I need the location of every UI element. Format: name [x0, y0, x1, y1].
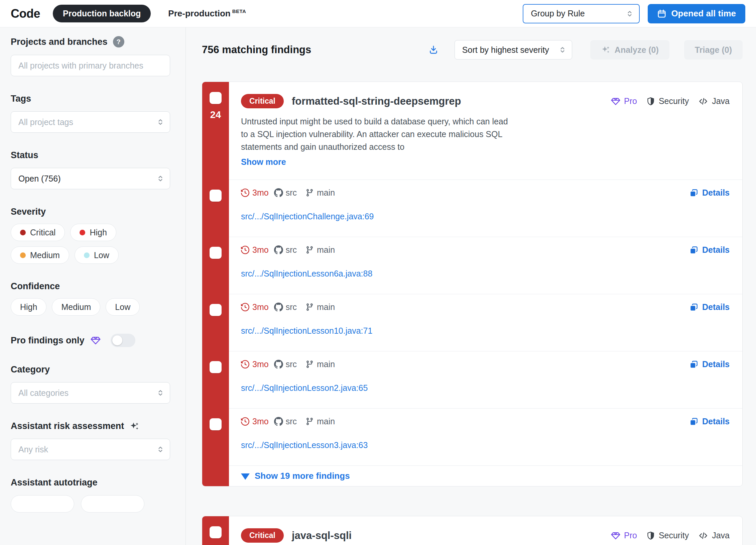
- language-tag[interactable]: Java: [698, 531, 730, 541]
- security-tag[interactable]: Security: [646, 531, 689, 540]
- download-icon[interactable]: [428, 45, 438, 55]
- chevron-up-down-icon: [626, 10, 634, 18]
- show-more-link[interactable]: Show more: [241, 157, 286, 167]
- severity-badge: Critical: [241, 528, 284, 543]
- history-icon: [241, 189, 249, 197]
- date-range-button[interactable]: Opened all time: [648, 4, 745, 23]
- severity-pill-critical[interactable]: Critical: [11, 224, 65, 241]
- findings-header: 756 matching findings Sort by highest se…: [202, 40, 743, 60]
- finding-age: 3mo: [252, 302, 269, 312]
- projects-input[interactable]: [11, 55, 170, 76]
- details-link[interactable]: Details: [689, 245, 730, 255]
- autotriage-heading: Assistant autotriage: [11, 477, 170, 488]
- sparkles-icon: [601, 45, 610, 54]
- finding-age: 3mo: [252, 359, 269, 369]
- risk-heading: Assistant risk assessment: [11, 421, 170, 431]
- filters-sidebar: Projects and branches ? Tags All project…: [0, 27, 186, 545]
- finding-path-link[interactable]: src/.../SqlInjectionLesson3.java:63: [241, 440, 368, 450]
- confidence-pill-high[interactable]: High: [11, 298, 46, 316]
- rule-description: Untrusted input might be used to build a…: [241, 115, 515, 153]
- shield-icon: [646, 531, 655, 540]
- gem-icon: [91, 335, 101, 345]
- details-link[interactable]: Details: [689, 188, 730, 198]
- finding-path-link[interactable]: src/.../SqlInjectionLesson2.java:65: [241, 383, 368, 393]
- pro-tag-label: Pro: [624, 96, 637, 106]
- finding-path-link[interactable]: src/.../SqlInjectionLesson6a.java:88: [241, 269, 372, 279]
- gem-icon: [611, 531, 620, 540]
- severity-bar: [202, 180, 229, 237]
- matching-findings-count: 756 matching findings: [202, 44, 428, 56]
- language-tag-label: Java: [712, 531, 730, 540]
- triage-button[interactable]: Triage (0): [684, 40, 743, 60]
- finding-row: 3mo src main Details src/.../SqlInjectio…: [202, 351, 742, 408]
- page-title: Code: [11, 7, 40, 21]
- analyze-button[interactable]: Analyze (0): [590, 40, 669, 60]
- date-range-label: Opened all time: [671, 8, 736, 19]
- branch-group: main: [305, 417, 335, 426]
- status-select[interactable]: Open (756): [11, 168, 170, 189]
- repo-name: src: [286, 302, 297, 312]
- details-label: Details: [702, 302, 730, 312]
- finding-checkbox[interactable]: [210, 247, 222, 259]
- group-count: 24: [210, 544, 221, 545]
- tags-select[interactable]: All project tags: [11, 111, 170, 133]
- severity-bar: [202, 408, 229, 465]
- branch-name: main: [317, 245, 335, 255]
- finding-checkbox[interactable]: [210, 190, 222, 202]
- language-tag[interactable]: Java: [698, 96, 730, 106]
- finding-path-link[interactable]: src/.../SqlInjectionLesson10.java:71: [241, 326, 372, 336]
- repo-name: src: [286, 245, 297, 255]
- branch-icon: [305, 417, 314, 426]
- finding-row: 3mo src main Details src/.../SqlInjectio…: [202, 180, 742, 237]
- autotriage-pill[interactable]: [81, 495, 144, 513]
- findings-panel: 756 matching findings Sort by highest se…: [186, 27, 756, 545]
- finding-checkbox[interactable]: [210, 418, 222, 430]
- security-tag[interactable]: Security: [646, 96, 689, 106]
- finding-checkbox[interactable]: [210, 304, 222, 316]
- risk-select[interactable]: Any risk: [11, 439, 170, 460]
- finding-row: 3mo src main Details src/.../SqlInjectio…: [202, 237, 742, 294]
- severity-pill-high[interactable]: High: [70, 224, 116, 241]
- help-icon[interactable]: ?: [113, 36, 124, 47]
- confidence-pill-low[interactable]: Low: [106, 298, 140, 316]
- show-more-findings-link[interactable]: Show 19 more findings: [255, 471, 350, 481]
- security-tag-label: Security: [659, 531, 689, 540]
- details-link[interactable]: Details: [689, 302, 730, 312]
- status-heading: Status: [11, 150, 170, 160]
- status-value: Open (756): [18, 174, 60, 184]
- sort-select[interactable]: Sort by highest severity: [455, 40, 572, 60]
- repo-name: src: [286, 359, 297, 369]
- details-link[interactable]: Details: [689, 359, 730, 369]
- severity-pill-label: High: [90, 228, 107, 237]
- details-window-icon: [689, 303, 698, 312]
- repo-name: src: [286, 417, 297, 426]
- group-checkbox[interactable]: [210, 526, 222, 538]
- details-link[interactable]: Details: [689, 417, 730, 426]
- finding-path-link[interactable]: src/.../SqlInjectionChallenge.java:69: [241, 212, 374, 221]
- branch-group: main: [305, 188, 335, 198]
- pro-only-toggle[interactable]: [111, 334, 135, 347]
- show-more-findings-row: Show 19 more findings: [202, 465, 742, 486]
- finding-checkbox[interactable]: [210, 361, 222, 373]
- rule-title: java-sql-sqli: [292, 530, 352, 542]
- pro-tag[interactable]: Pro: [611, 531, 637, 540]
- autotriage-pill[interactable]: [11, 495, 74, 513]
- details-window-icon: [689, 417, 698, 426]
- severity-pill-label: Critical: [30, 228, 55, 237]
- tab-production-backlog[interactable]: Production backlog: [53, 5, 151, 22]
- group-by-value: Group by Rule: [531, 9, 585, 18]
- group-checkbox[interactable]: [210, 92, 222, 104]
- confidence-pill-medium[interactable]: Medium: [52, 298, 100, 316]
- severity-pill-low[interactable]: Low: [75, 246, 119, 264]
- finding-row: 3mo src main Details src/.../SqlInjectio…: [202, 294, 742, 351]
- calendar-icon: [657, 9, 666, 18]
- pro-tag[interactable]: Pro: [611, 96, 637, 106]
- history-icon: [241, 360, 249, 368]
- chevron-up-down-icon: [156, 175, 164, 183]
- details-label: Details: [702, 417, 730, 426]
- group-by-select[interactable]: Group by Rule: [523, 4, 640, 23]
- confidence-heading: Confidence: [11, 281, 170, 292]
- tab-pre-production[interactable]: Pre-productionBETA: [168, 8, 246, 19]
- severity-pill-medium[interactable]: Medium: [11, 246, 69, 264]
- category-select[interactable]: All categories: [11, 382, 170, 404]
